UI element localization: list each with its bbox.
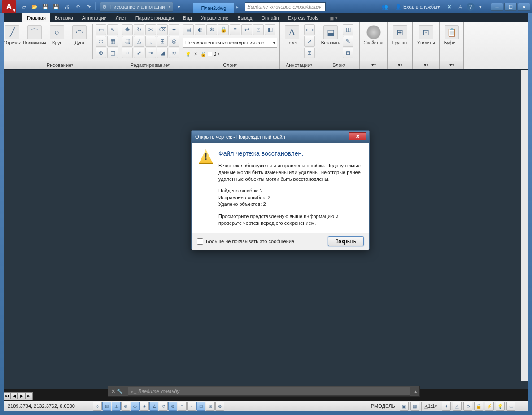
saveas-icon[interactable]: 💾 (51, 2, 61, 12)
mirror-icon[interactable]: △ (134, 36, 144, 47)
3dosnap-icon[interactable]: ◈ (140, 402, 149, 411)
sheet-prev-icon[interactable]: ◀ (11, 392, 18, 399)
layer-props-icon[interactable]: ▤ (183, 24, 194, 35)
dont-show-checkbox[interactable]: Больше не показывать это сообщение (197, 238, 294, 245)
layer-freeze-icon[interactable]: ❄ (206, 24, 217, 35)
text-button[interactable]: AТекст (282, 24, 302, 46)
align-icon[interactable]: ≋ (169, 48, 179, 58)
close-button[interactable]: ✕ (518, 3, 530, 11)
fillet-icon[interactable]: ◟ (145, 36, 156, 47)
spline-icon[interactable]: ∿ (107, 24, 118, 35)
extend-icon[interactable]: ⇥ (145, 48, 156, 58)
otrack-icon[interactable]: ∠ (149, 402, 158, 411)
panel-annotation-label[interactable]: Аннотации (280, 61, 318, 69)
qat-more-icon[interactable]: ▾ (174, 2, 184, 12)
panel-block-label[interactable]: Блок (318, 61, 359, 69)
polyline-button[interactable]: ⌒Полилиния (24, 24, 45, 46)
panel-clipboard-label[interactable]: ▾ (440, 61, 463, 69)
insert-button[interactable]: ⬓Вставить (320, 24, 341, 46)
new-icon[interactable]: ▱ (19, 2, 29, 12)
undo-icon[interactable]: ↶ (73, 2, 83, 12)
arc-button[interactable]: ◠Дуга (69, 24, 90, 46)
tab-home[interactable]: Главная (22, 13, 50, 22)
anno-scale[interactable]: ◬ 1:1 ▾ (421, 402, 440, 411)
anno-auto-icon[interactable]: ◬ (453, 402, 462, 411)
utilities-button[interactable]: ⊡Утилиты (416, 24, 436, 46)
signin-button[interactable]: 👤 Вход в службы ▾ (392, 2, 443, 12)
tab-insert[interactable]: Вставка (50, 13, 78, 22)
customize-icon[interactable]: ⋮ (517, 402, 526, 411)
redo-icon[interactable]: ↷ (83, 2, 93, 12)
clean-screen-icon[interactable]: ▭ (506, 402, 515, 411)
workspace-dropdown[interactable]: Рисование и аннотации (100, 2, 173, 12)
vertical-scrollbar[interactable] (521, 70, 528, 381)
hardware-accel-icon[interactable]: ⚡ (485, 402, 494, 411)
app-menu-icon[interactable]: A (2, 0, 16, 13)
panel-utilities-label[interactable]: ▾ (413, 61, 439, 69)
erase-icon[interactable]: ⌫ (157, 24, 168, 35)
panel-modify-label[interactable]: Редактирование (120, 61, 180, 69)
array-icon[interactable]: ⊞ (157, 36, 168, 47)
ws-switch-icon[interactable]: ⚙ (463, 402, 472, 411)
close-dialog-button[interactable]: Закрыть (328, 236, 364, 246)
stay-connected-icon[interactable]: 👥 (379, 2, 391, 12)
toolbar-lock-icon[interactable]: 🔓 (474, 402, 483, 411)
am-icon[interactable]: ⊕ (215, 402, 224, 411)
help-icon[interactable]: ? (467, 3, 475, 11)
region-icon[interactable]: ◫ (107, 48, 118, 58)
tab-express[interactable]: Express Tools (283, 13, 323, 22)
table-icon[interactable]: ⊞ (304, 48, 315, 58)
line-button[interactable]: ╱Отрезок (2, 24, 22, 46)
autodesk-icon[interactable]: ◬ (456, 2, 465, 12)
sheet-next-icon[interactable]: ▶ (18, 392, 25, 399)
leader-icon[interactable]: ↗ (304, 36, 315, 47)
tab-annotate[interactable]: Аннотации (78, 13, 111, 22)
create-block-icon[interactable]: ◫ (343, 24, 353, 35)
sc-icon[interactable]: ⊞ (206, 402, 215, 411)
chamfer-icon[interactable]: ◢ (157, 48, 168, 58)
groups-button[interactable]: ⊞Группы (390, 24, 410, 46)
layer-current[interactable]: 💡 ☀ 🔓 0 ▾ (183, 51, 221, 57)
copy-icon[interactable]: ⿻ (122, 36, 133, 47)
tab-layout[interactable]: Лист (111, 13, 131, 22)
panel-groups-label[interactable]: ▾ (388, 61, 412, 69)
hatch-icon[interactable]: ▦ (107, 36, 118, 47)
tab-parametric[interactable]: Параметризация (131, 13, 179, 22)
qp-icon[interactable]: ⊡ (196, 402, 205, 411)
rect-icon[interactable]: ▭ (96, 24, 106, 35)
tab-online[interactable]: Онлайн (257, 13, 283, 22)
dim-linear-icon[interactable]: ⟷ (304, 24, 315, 35)
sheet-first-icon[interactable]: ⏮ (4, 392, 11, 399)
cmd-history-icon[interactable]: ▴ (412, 389, 419, 394)
offset-icon[interactable]: ◎ (169, 36, 179, 47)
plot-icon[interactable]: 🖨 (62, 2, 72, 12)
move-icon[interactable]: ✥ (122, 24, 133, 35)
search-input[interactable]: Введите ключевое слово/фразу (245, 2, 326, 11)
layer-iso-icon[interactable]: ⊡ (253, 24, 264, 35)
trim-icon[interactable]: ✂ (145, 24, 156, 35)
point-icon[interactable]: ⊕ (96, 48, 106, 58)
circle-button[interactable]: ○Круг (47, 24, 67, 46)
ducs-icon[interactable]: ⟲ (159, 402, 168, 411)
model-space-button[interactable]: РМОДЕЛЬ (368, 402, 398, 411)
explode-icon[interactable]: ✦ (169, 24, 179, 35)
tpy-icon[interactable]: ▫ (187, 402, 196, 411)
layer-state-dropdown[interactable]: Несохраненная конфигурация сло (183, 38, 277, 48)
quickview-drawings-icon[interactable]: ▦ (410, 402, 419, 411)
rotate-icon[interactable]: ↻ (134, 24, 144, 35)
layer-prev-icon[interactable]: ↩ (241, 24, 252, 35)
lwt-icon[interactable]: ≡ (178, 402, 187, 411)
dialog-close-button[interactable]: ✕ (349, 132, 366, 140)
polar-icon[interactable]: ⊛ (121, 402, 130, 411)
clipboard-button[interactable]: 📋Буфе... (441, 24, 462, 46)
panel-layers-label[interactable]: Слои (180, 61, 279, 69)
layer-lock-icon[interactable]: 🔒 (218, 24, 229, 35)
maximize-button[interactable]: ☐ (504, 3, 517, 11)
open-icon[interactable]: 📂 (30, 2, 39, 12)
help-dd-icon[interactable]: ▾ (476, 2, 484, 12)
tab-output[interactable]: Вывод (233, 13, 257, 22)
layer-off-icon[interactable]: ◐ (195, 24, 205, 35)
cmd-handle-icon[interactable]: ✕ 🔧 (108, 389, 126, 394)
properties-button[interactable]: Свойства (363, 24, 384, 46)
ortho-icon[interactable]: ⊥ (112, 402, 121, 411)
